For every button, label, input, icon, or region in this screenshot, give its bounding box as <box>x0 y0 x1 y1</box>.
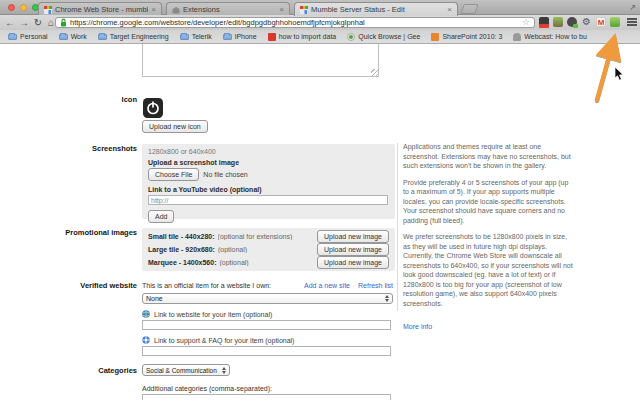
add-new-site-link[interactable]: Add a new site <box>304 282 350 289</box>
select-stepper-icon <box>382 295 389 302</box>
screenshot-help-panel: Applications and themes require at least… <box>403 142 574 333</box>
secure-lock-icon <box>60 18 67 27</box>
promo-row-large-tile: Large tile - 920x680: (optional) Upload … <box>148 243 389 256</box>
bookmarks-bar: Personal Work Target Engineering Telerik… <box>0 30 640 44</box>
upload-new-icon-button[interactable]: Upload new icon <box>142 120 208 133</box>
bookmark-folder-personal[interactable]: Personal <box>8 33 48 40</box>
tab-mumble-server-status[interactable]: Mumble Server Status - Edit × <box>294 2 458 16</box>
youtube-url-input[interactable] <box>148 195 388 205</box>
bookmark-star-icon[interactable]: ☆ <box>522 18 530 27</box>
tab-chrome-web-store[interactable]: Chrome Web Store - mumbl × <box>38 2 162 16</box>
tab-close-icon[interactable]: × <box>279 6 284 14</box>
extensions-puzzle-favicon <box>172 6 180 14</box>
browser-toolbar: ← → ↻ ⌂ https://chrome.google.com/websto… <box>0 15 640 30</box>
minimize-window-button[interactable] <box>20 4 27 11</box>
screenshots-section-label: Screenshots <box>58 144 137 153</box>
url-text: https://chrome.google.com/webstore/devel… <box>70 18 519 27</box>
bookmark-webcast[interactable]: Webcast: How to bu <box>513 33 587 41</box>
choose-file-button[interactable]: Choose File <box>148 168 199 181</box>
additional-categories-label: Additional categories (comma-separated): <box>142 385 272 392</box>
support-link-row: Link to support & FAQ for your item (opt… <box>142 336 294 344</box>
additional-categories-input[interactable] <box>142 394 391 400</box>
verified-website-label: Verified website <box>58 281 137 290</box>
address-bar[interactable]: https://chrome.google.com/webstore/devel… <box>55 17 535 28</box>
fullscreen-icon[interactable]: ↗ <box>629 3 636 12</box>
support-url-input[interactable] <box>142 346 391 356</box>
promo-row-small-tile: Small tile - 440x280: (optional for exte… <box>148 230 389 243</box>
tab-title: Extensions <box>183 5 276 14</box>
folder-icon <box>59 34 68 40</box>
forward-button[interactable]: → <box>17 15 31 30</box>
verified-site-select[interactable]: None <box>142 293 393 304</box>
chrome-menu-icon[interactable] <box>627 18 637 26</box>
counter-badge-extension-icon[interactable] <box>539 17 549 27</box>
bookmark-sharepoint-2010[interactable]: SharePoint 2010: 3 <box>431 33 502 41</box>
screenshots-box: 1280x800 or 640x400 Upload a screenshot … <box>142 144 395 219</box>
extension-icons: ⚙ M <box>539 17 637 27</box>
green-extension-icon[interactable] <box>610 17 620 27</box>
persona-extension-icon[interactable] <box>553 17 563 27</box>
tab-title: Mumble Server Status - Edit <box>311 5 444 14</box>
back-button[interactable]: ← <box>3 15 17 30</box>
gear-extension-icon[interactable]: ⚙ <box>581 17 592 27</box>
mumble-app-icon <box>143 98 163 118</box>
website-link-heading: Link to website for your item (optional) <box>154 311 272 318</box>
window-controls <box>8 4 39 11</box>
red-favicon <box>268 33 276 41</box>
help-paragraph: We prefer screenshots to be 1280x800 pix… <box>403 232 574 308</box>
categories-section-label: Categories <box>58 366 137 375</box>
gmail-extension-icon[interactable]: M <box>596 17 606 27</box>
green-check-favicon <box>347 33 355 41</box>
upload-small-tile-button[interactable]: Upload new image <box>317 230 389 243</box>
screenshot-size-hint: 1280x800 or 640x400 <box>148 148 389 155</box>
website-url-input[interactable] <box>142 320 391 330</box>
verified-website-row: This is an official item for a website I… <box>142 282 393 289</box>
help-paragraph: Provide preferably 4 or 5 screenshots of… <box>403 178 574 226</box>
youtube-link-heading: Link to a YouTube video (optional) <box>148 186 389 193</box>
bookmark-folder-iphone[interactable]: iPhone <box>223 33 257 40</box>
bookmark-quick-browse[interactable]: Quick Browse | Gee <box>347 33 420 41</box>
bookmark-folder-telerik[interactable]: Telerik <box>180 33 212 40</box>
new-tab-button[interactable] <box>460 4 478 14</box>
tab-title: Chrome Web Store - mumbl <box>55 5 148 14</box>
folder-icon <box>223 34 232 40</box>
promo-row-marquee: Marquee - 1400x560: (optional) Upload ne… <box>148 256 389 269</box>
textarea-resize-handle[interactable] <box>371 69 378 76</box>
orange-favicon <box>431 33 439 41</box>
webstore-favicon <box>44 6 52 14</box>
tab-strip: Chrome Web Store - mumbl × Extensions × … <box>0 0 640 15</box>
icon-section-label: Icon <box>58 95 137 104</box>
tab-close-icon[interactable]: × <box>447 6 452 14</box>
category-select[interactable]: Social & Communication <box>142 364 230 376</box>
no-file-chosen-text: No file chosen <box>203 171 247 178</box>
promo-images-box: Small tile - 440x280: (optional for exte… <box>142 228 395 271</box>
column-divider <box>397 143 398 311</box>
bookmark-how-to-import-data[interactable]: how to import data <box>268 33 337 41</box>
bookmark-folder-target-engineering[interactable]: Target Engineering <box>98 33 169 40</box>
webstore-edit-page: Icon Upload new icon Screenshots 1280x80… <box>0 44 640 400</box>
more-info-link[interactable]: More info <box>403 323 432 330</box>
add-video-button[interactable]: Add <box>148 210 174 223</box>
select-stepper-icon <box>219 367 226 374</box>
help-paragraph: Applications and themes require at least… <box>403 142 574 171</box>
webstore-favicon <box>300 6 308 14</box>
tab-extensions[interactable]: Extensions × <box>166 2 290 16</box>
close-window-button[interactable] <box>8 4 15 11</box>
folder-icon <box>180 34 189 40</box>
refresh-list-link[interactable]: Refresh list <box>358 282 393 289</box>
website-link-row: Link to website for your item (optional) <box>142 310 272 318</box>
official-item-text: This is an official item for a website I… <box>142 282 304 289</box>
reload-button[interactable]: ↻ <box>31 15 45 30</box>
browser-window: Chrome Web Store - mumbl × Extensions × … <box>0 0 640 400</box>
people-favicon <box>513 33 521 41</box>
bookmark-folder-work[interactable]: Work <box>59 33 87 40</box>
support-link-heading: Link to support & FAQ for your item (opt… <box>154 337 294 344</box>
description-textarea[interactable] <box>142 44 379 77</box>
folder-icon <box>98 34 107 40</box>
shield-badge-extension-icon[interactable] <box>567 17 577 27</box>
tab-close-icon[interactable]: × <box>151 6 156 14</box>
upload-marquee-button[interactable]: Upload new image <box>317 256 389 269</box>
upload-large-tile-button[interactable]: Upload new image <box>317 243 389 256</box>
promo-section-label: Promotional images <box>58 228 137 237</box>
upload-screenshot-heading: Upload a screenshot image <box>148 159 389 166</box>
